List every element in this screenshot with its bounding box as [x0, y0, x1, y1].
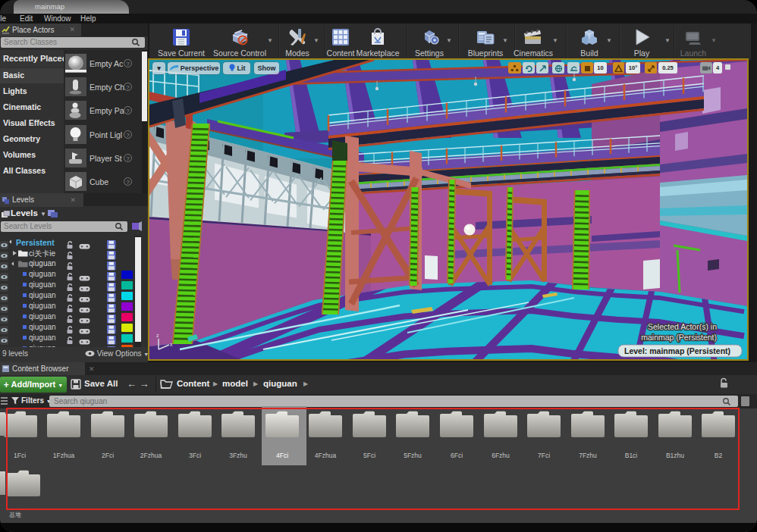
svg-text:x: x: [170, 342, 173, 347]
svg-text:Level: mainmap (Persistent): Level: mainmap (Persistent): [624, 346, 730, 355]
svg-text:Selected Actor(s) in: Selected Actor(s) in: [648, 322, 717, 331]
svg-text:z: z: [156, 333, 159, 338]
svg-text:mainmap (Persistent): mainmap (Persistent): [641, 333, 717, 342]
